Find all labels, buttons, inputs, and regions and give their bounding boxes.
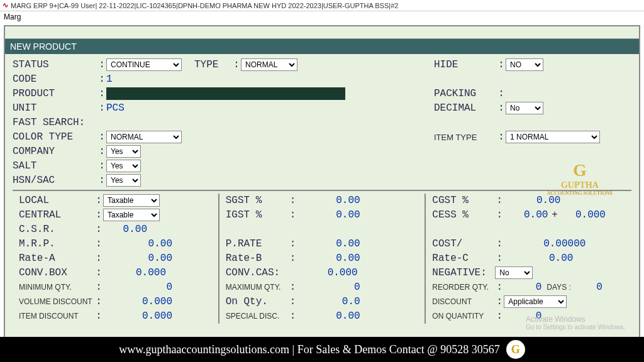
sgst-value: 0.00: [297, 195, 360, 206]
local-select[interactable]: Taxable: [103, 194, 160, 207]
itemtype-select[interactable]: 1 NORMAL: [506, 131, 600, 143]
label-onqty: On Qty.: [226, 296, 289, 307]
footer-text: www.gupthaaccountingsolutions.com | For …: [119, 343, 499, 356]
label-rateb: Rate-B: [226, 253, 289, 264]
label-voldisc: VOLUME DISCOUNT: [19, 297, 94, 306]
hsnsac-select[interactable]: Yes: [106, 174, 141, 187]
label-hide: HIDE: [434, 59, 497, 70]
label-hsnsac: HSN/SAC: [13, 175, 97, 186]
label-plus: +: [548, 209, 562, 221]
watermark-g: G: [573, 160, 587, 180]
window-body: NEW PRODUCT STATUS : CONTINUE TYPE : NOR…: [4, 25, 640, 339]
label-days: DAYS :: [541, 283, 570, 292]
prate-value: 0.00: [297, 238, 360, 250]
label-mrp: M.R.P.: [19, 238, 94, 250]
specdisc-value: 0.00: [297, 310, 360, 322]
col-left: LOCAL:Taxable CENTRAL:Taxable C.S.R.:0.0…: [13, 194, 219, 324]
negative-select[interactable]: No: [495, 266, 533, 279]
col-right: CGST %:0.00 CESS %:0.00+0.000 COST/:0.00…: [426, 194, 631, 324]
label-ratea: Rate-A: [19, 253, 94, 264]
label-cess: CESS %: [432, 209, 495, 221]
app-logo-icon: ∿: [3, 1, 8, 9]
label-type: TYPE: [194, 59, 232, 70]
decimal-select[interactable]: No: [506, 102, 543, 114]
activate-windows-overlay: Activate Windows Go to Settings to activ…: [526, 315, 625, 331]
col-mid: SGST %:0.00 IGST %:0.00 P.RATE:0.00 Rate…: [219, 194, 426, 324]
label-central: CENTRAL: [19, 209, 94, 221]
salt-select[interactable]: Yes: [106, 160, 141, 172]
label-minqty: MINIMUM QTY.: [19, 283, 94, 292]
label-product: PRODUCT: [13, 88, 97, 99]
label-packing: PACKING: [434, 88, 497, 99]
activate-line1: Activate Windows: [526, 315, 625, 324]
colortype-select[interactable]: NORMAL: [106, 131, 182, 143]
hide-select[interactable]: NO: [506, 58, 543, 71]
ratea-value: 0.00: [103, 253, 172, 264]
label-prate: P.RATE: [226, 238, 289, 250]
discount-select[interactable]: Applicable: [504, 295, 567, 308]
label-code: CODE: [13, 74, 97, 85]
menubar[interactable]: Marg: [0, 11, 644, 23]
menu-marg[interactable]: Marg: [4, 13, 21, 21]
label-reorder: REORDER QTY.: [432, 283, 495, 292]
days-value: 0: [571, 282, 602, 293]
code-value: 1: [106, 74, 113, 85]
cost-value: 0.00000: [504, 238, 586, 250]
label-status: STATUS: [13, 59, 97, 70]
footer-banner: www.gupthaaccountingsolutions.com | For …: [0, 337, 644, 362]
titlebar: ∿ MARG ERP 9+|CA-99 User| 22-11-2022|LIC…: [0, 0, 644, 11]
tax-rate-section: LOCAL:Taxable CENTRAL:Taxable C.S.R.:0.0…: [13, 194, 631, 324]
convcas-value: 0.000: [289, 267, 358, 278]
ratec-value: 0.00: [504, 253, 573, 264]
label-local: LOCAL: [19, 195, 94, 206]
label-convbox: CONV.BOX: [19, 267, 94, 278]
form-area: STATUS : CONTINUE TYPE : NORMAL HIDE : N…: [5, 54, 639, 327]
label-convcas: CONV.CAS:: [226, 267, 289, 278]
label-unit: UNIT: [13, 102, 97, 114]
label-csr: C.S.R.: [19, 224, 94, 235]
label-discount: DISCOUNT: [432, 297, 495, 306]
itemdisc-value: 0.000: [103, 310, 172, 322]
cgst-value: 0.00: [504, 195, 560, 206]
label-igst: IGST %: [226, 209, 289, 221]
mrp-value: 0.00: [103, 238, 172, 250]
label-onquantity: ON QUANTITY: [432, 312, 495, 321]
label-negative: NEGATIVE:: [432, 267, 495, 278]
label-company: COMPANY: [13, 146, 97, 157]
label-cgst: CGST %: [432, 195, 495, 206]
page-title: NEW PRODUCT: [5, 39, 639, 54]
label-itemdisc: ITEM DISCOUNT: [19, 312, 94, 321]
label-itemtype: ITEM TYPE: [434, 133, 497, 142]
maxqty-value: 0: [297, 282, 360, 293]
product-input[interactable]: [106, 87, 345, 100]
watermark-sub: ACCOUNTING SOLUTIONS: [547, 190, 613, 196]
activate-line2: Go to Settings to activate Windows.: [526, 324, 625, 331]
label-ratec: Rate-C: [432, 253, 495, 264]
divider: [13, 190, 631, 191]
watermark-name: GUPTHA: [547, 180, 613, 190]
voldisc-value: 0.000: [103, 296, 172, 307]
watermark-logo: G GUPTHA ACCOUNTING SOLUTIONS: [547, 160, 613, 196]
minqty-value: 0: [103, 282, 172, 293]
cess2-value: 0.000: [562, 209, 606, 221]
label-maxqty: MAXIMUM QTY.: [226, 283, 289, 292]
company-select[interactable]: Yes: [106, 145, 141, 158]
status-select[interactable]: CONTINUE: [106, 58, 182, 71]
type-select[interactable]: NORMAL: [241, 58, 297, 71]
igst-value: 0.00: [297, 209, 360, 221]
label-specdisc: SPECIAL DISC.: [226, 312, 289, 321]
unit-value: PCS: [106, 102, 125, 114]
label-cost: COST/: [432, 238, 495, 250]
onqty-value: 0.0: [297, 296, 360, 307]
label-colortype: COLOR TYPE: [13, 131, 97, 143]
titlebar-text: MARG ERP 9+|CA-99 User| 22-11-2022|LIC-1…: [11, 2, 398, 9]
convbox-value: 0.000: [103, 267, 166, 278]
tab-row: [5, 26, 639, 39]
reorder-value: 0: [504, 282, 541, 293]
cess1-value: 0.00: [504, 209, 548, 221]
footer-logo-icon: G: [506, 340, 525, 359]
central-select[interactable]: Taxable: [103, 209, 160, 221]
label-decimal: DECIMAL: [434, 102, 497, 114]
label-salt: SALT: [13, 160, 97, 172]
rateb-value: 0.00: [297, 253, 360, 264]
